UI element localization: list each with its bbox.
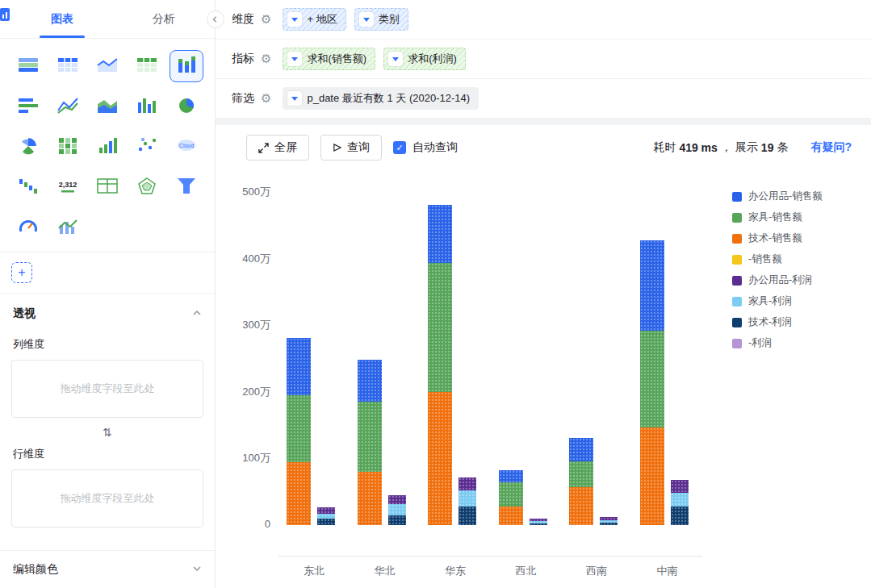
bar-sales-西南[interactable] xyxy=(569,438,593,525)
sidebar-collapse-button[interactable] xyxy=(207,10,224,28)
chart-type-combo-chart[interactable] xyxy=(51,211,85,244)
chart-type-radar-chart[interactable] xyxy=(130,171,164,203)
dropdown-caret-icon[interactable] xyxy=(287,91,302,106)
gear-icon[interactable]: ⚙ xyxy=(261,12,271,27)
bar-segment-家具-利润[interactable] xyxy=(388,504,406,515)
bar-profit-中南[interactable] xyxy=(671,480,689,525)
legend-item--销售额[interactable]: -销售额 xyxy=(732,252,823,266)
bar-segment-家具-销售额[interactable] xyxy=(358,402,382,472)
swap-dimensions-icon[interactable]: ⇅ xyxy=(11,418,203,440)
bar-profit-华北[interactable] xyxy=(388,495,406,525)
bar-segment-技术-销售额[interactable] xyxy=(428,392,452,525)
bar-segment-办公用品-销售额[interactable] xyxy=(499,470,523,482)
bar-segment-技术-销售额[interactable] xyxy=(499,507,523,525)
dimension-pill[interactable]: + 地区 xyxy=(283,8,345,31)
bar-profit-华东[interactable] xyxy=(459,477,476,525)
dimension-pill[interactable]: 类别 xyxy=(354,8,408,31)
chart-type-filled-area-chart[interactable] xyxy=(90,90,124,123)
bar-sales-华北[interactable] xyxy=(358,360,382,525)
dropdown-caret-icon[interactable] xyxy=(359,12,374,27)
fullscreen-button[interactable]: 全屏 xyxy=(246,135,309,161)
chart-type-metric-card-chart[interactable]: 2,312 xyxy=(51,171,85,203)
bar-sales-华东[interactable] xyxy=(428,205,452,525)
bar-segment-家具-销售额[interactable] xyxy=(499,482,523,507)
tab-analysis[interactable]: 分析 xyxy=(113,0,215,38)
chart-type-stacked-area-chart[interactable] xyxy=(11,50,45,82)
chart-type-word-cloud-chart[interactable]: Cloud xyxy=(170,131,203,163)
bar-segment-办公用品-销售额[interactable] xyxy=(287,338,311,395)
row-dimension-dropzone[interactable]: 拖动维度字段至此处 xyxy=(11,469,203,528)
legend-item-办公用品-销售额[interactable]: 办公用品-销售额 xyxy=(732,190,823,203)
legend-item-技术-利润[interactable]: 技术-利润 xyxy=(732,315,823,329)
bar-segment-办公用品-销售额[interactable] xyxy=(569,438,593,461)
gear-icon[interactable]: ⚙ xyxy=(261,52,271,66)
query-button[interactable]: 查询 xyxy=(320,135,382,161)
bar-segment-家具-销售额[interactable] xyxy=(428,263,452,391)
legend-item-家具-销售额[interactable]: 家具-销售额 xyxy=(732,211,823,224)
bar-segment-家具-销售额[interactable] xyxy=(287,395,311,462)
bar-segment-办公用品-销售额[interactable] xyxy=(358,360,382,402)
tab-charts[interactable]: 图表 xyxy=(11,0,113,38)
chart-type-scatter-chart[interactable] xyxy=(130,131,164,163)
chart-type-pivot-table-chart[interactable] xyxy=(90,171,124,203)
bar-segment-技术-销售额[interactable] xyxy=(640,427,664,525)
metric-pill[interactable]: 求和(销售额) xyxy=(283,48,375,70)
chart-type-rose-chart[interactable] xyxy=(11,131,45,163)
bar-profit-东北[interactable] xyxy=(317,507,335,525)
legend-item-家具-利润[interactable]: 家具-利润 xyxy=(732,294,823,308)
bar-segment-技术-销售额[interactable] xyxy=(287,462,311,525)
bar-segment-家具-销售额[interactable] xyxy=(569,461,593,487)
chart-type-grid-table-chart[interactable] xyxy=(130,50,164,82)
chart-type-progress-chart[interactable] xyxy=(90,131,124,163)
chevron-up-icon[interactable] xyxy=(192,307,202,320)
chart-type-waterfall-chart[interactable] xyxy=(11,171,45,203)
chart-type-line-area-chart[interactable] xyxy=(90,50,124,82)
help-link[interactable]: 有疑问? xyxy=(810,140,852,155)
bar-segment-家具-利润[interactable] xyxy=(671,493,689,507)
chart-type-stacked-column-chart[interactable] xyxy=(170,50,203,82)
bar-segment-技术-利润[interactable] xyxy=(317,519,335,525)
bar-segment-办公用品-利润[interactable] xyxy=(388,495,406,504)
bar-sales-中南[interactable] xyxy=(640,240,664,525)
bar-profit-西北[interactable] xyxy=(530,519,547,525)
dropdown-caret-icon[interactable] xyxy=(287,52,302,66)
metric-pill[interactable]: 求和(利润) xyxy=(383,48,466,70)
bar-segment-技术-销售额[interactable] xyxy=(569,487,593,525)
bar-segment-技术-利润[interactable] xyxy=(459,507,476,525)
legend-item--利润[interactable]: -利润 xyxy=(732,336,823,350)
dropdown-caret-icon[interactable] xyxy=(287,12,302,27)
bar-segment-办公用品-销售额[interactable] xyxy=(640,240,664,331)
bar-segment-技术-利润[interactable] xyxy=(530,523,547,525)
bar-segment-办公用品-利润[interactable] xyxy=(459,477,476,491)
bar-segment-技术-销售额[interactable] xyxy=(358,472,382,525)
chart-type-line-chart[interactable] xyxy=(51,90,85,123)
bar-segment-家具-销售额[interactable] xyxy=(640,331,664,427)
legend-item-技术-销售额[interactable]: 技术-销售额 xyxy=(732,231,823,245)
bar-segment-办公用品-利润[interactable] xyxy=(671,480,689,494)
chart-type-column-chart[interactable] xyxy=(130,90,164,123)
gear-icon[interactable]: ⚙ xyxy=(261,91,271,106)
chart-type-funnel-chart[interactable] xyxy=(170,171,203,203)
bar-segment-办公用品-销售额[interactable] xyxy=(428,205,452,264)
bar-segment-技术-利润[interactable] xyxy=(671,507,689,525)
bar-sales-东北[interactable] xyxy=(287,338,311,525)
chart-type-heatmap-chart[interactable] xyxy=(51,131,85,163)
chart-type-horizontal-bar-chart[interactable] xyxy=(11,90,45,123)
chart-type-gauge-chart[interactable] xyxy=(11,211,45,244)
checkbox-checked-icon[interactable]: ✓ xyxy=(393,141,406,154)
edit-color-section[interactable]: 编辑颜色 xyxy=(0,550,215,588)
legend-item-办公用品-利润[interactable]: 办公用品-利润 xyxy=(732,273,823,287)
bar-segment-家具-利润[interactable] xyxy=(459,490,476,507)
bar-sales-西北[interactable] xyxy=(499,470,523,525)
dropdown-caret-icon[interactable] xyxy=(388,52,403,66)
bar-segment-技术-利润[interactable] xyxy=(600,523,618,525)
bar-profit-西南[interactable] xyxy=(600,517,618,525)
bar-segment-技术-利润[interactable] xyxy=(388,515,406,525)
chart-type-table-chart[interactable] xyxy=(51,50,85,82)
column-dimension-dropzone[interactable]: 拖动维度字段至此处 xyxy=(11,360,203,418)
auto-query-toggle[interactable]: ✓ 自动查询 xyxy=(393,140,458,155)
add-chart-type-button[interactable]: + xyxy=(11,262,32,283)
chart-type-pie-chart[interactable] xyxy=(170,90,203,123)
bar-segment-办公用品-利润[interactable] xyxy=(317,507,335,514)
filter-pill[interactable]: p_date 最近有数 1 天 (2020-12-14) xyxy=(283,87,479,110)
